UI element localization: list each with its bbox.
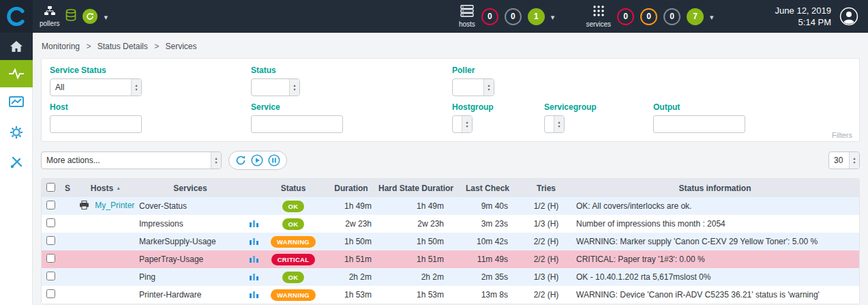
hard-state-duration-cell: 2w 23h [378,215,453,233]
hard-state-duration-cell: 1h 51m [378,250,453,268]
row-checkbox[interactable] [46,218,55,227]
sidebar-item-monitoring[interactable] [0,60,33,87]
page-size-select[interactable]: 30 [828,151,860,169]
sidebar-item-administration[interactable] [0,147,33,177]
centreon-logo[interactable] [0,0,33,33]
output-label: Output [653,102,745,112]
status-label: Status [251,66,452,75]
host-label: Host [50,102,251,112]
hosts-status-menu[interactable]: hosts 0 0 1 [452,0,561,33]
row-checkbox[interactable] [46,289,55,298]
header-hosts[interactable]: Hosts [76,179,136,197]
header-hard-state-duration[interactable]: Hard State Duration [378,179,453,197]
service-table-body: My_Printer Cover-Status OK 1h 49m 1h 49m… [42,197,859,304]
clock: June 12, 2019 5:14 PM [775,5,831,28]
service-link[interactable]: Cover-Status [139,201,187,211]
header-services[interactable]: Services [136,179,245,197]
pulse-icon [8,68,25,79]
service-link[interactable]: MarkerSupply-Usage [139,237,216,246]
severity-cell [59,268,76,286]
more-actions-select[interactable]: More actions... [41,151,222,169]
duration-cell: 1h 49m [324,197,378,215]
graph-cell [245,250,263,268]
service-link[interactable]: PaperTray-Usage [139,255,203,264]
host-input[interactable] [50,115,142,133]
service-input[interactable] [251,115,343,133]
hard-state-duration-cell: 1h 49m [378,197,453,215]
status-badge: CRITICAL [271,254,316,265]
poller-select[interactable] [452,78,494,96]
service-cell: Printer-Hardware [136,286,245,304]
output-input[interactable] [653,115,745,133]
breadcrumb-services[interactable]: Services [165,42,196,51]
hosts-label: hosts [459,20,475,28]
table-row: PaperTray-Usage CRITICAL 1h 51m 1h 51m 1… [42,250,859,268]
table-row: MarkerSupply-Usage WARNING 1h 50m 1h 50m… [42,233,859,250]
services-warning-counter[interactable]: 0 [640,8,657,25]
service-status-value: All [55,83,64,92]
header-status[interactable]: Status [263,179,324,197]
hosts-unreachable-counter[interactable]: 0 [505,8,522,25]
header-status-information[interactable]: Status information [571,179,859,197]
hard-state-duration-cell: 1h 50m [378,233,453,250]
pause-button[interactable] [268,154,280,166]
graph-icon[interactable] [250,220,258,229]
status-information-cell: WARNING: Device 'Canon iR-ADV C5235 36.2… [571,286,859,304]
refresh-icon [235,155,246,166]
servicegroup-label: Servicegroup [544,102,653,112]
sidebar-item-reporting[interactable] [0,87,33,117]
graph-icon[interactable] [250,273,258,282]
refresh-button[interactable] [235,155,246,166]
header-tries[interactable]: Tries [522,179,571,197]
hostgroup-select[interactable] [452,115,473,133]
graph-icon[interactable] [250,237,258,247]
breadcrumb-status-details[interactable]: Status Details [98,42,148,51]
graph-cell [245,268,263,286]
hosts-up-counter[interactable]: 1 [528,8,545,25]
sidebar-item-home[interactable] [0,33,33,60]
pause-icon [268,154,280,166]
service-link[interactable]: Impressions [139,219,183,229]
topbar: pollers [0,0,868,33]
row-checkbox[interactable] [46,236,55,245]
header-severity[interactable]: S [59,179,76,197]
poller-label: Poller [452,66,494,75]
header-duration[interactable]: Duration [324,179,378,197]
status-information-cell: OK - 10.40.1.202 rta 5,617mslost 0% [571,268,859,286]
graph-icon[interactable] [250,255,258,265]
breadcrumb-monitoring[interactable]: Monitoring [42,42,80,51]
graph-cell [245,215,263,233]
graph-icon[interactable] [250,291,258,300]
hosts-down-counter[interactable]: 0 [481,8,498,25]
services-status-menu[interactable]: services 0 0 0 7 [579,0,720,33]
host-link[interactable]: My_Printer [95,201,134,210]
service-link[interactable]: Ping [139,272,155,282]
tries-cell: 1/2 (H) [522,197,571,215]
sidebar-item-configuration[interactable] [0,117,33,147]
pollers-menu[interactable]: pollers [33,0,115,33]
filter-host: Host [50,102,251,133]
user-menu-button[interactable] [839,7,858,26]
service-cell: Ping [136,268,245,286]
services-unknown-counter[interactable]: 0 [663,8,680,25]
duration-cell: 2h 2m [324,268,378,286]
services-critical-counter[interactable]: 0 [617,8,634,25]
row-checkbox[interactable] [46,201,55,209]
status-select[interactable] [251,78,300,96]
service-link[interactable]: Printer-Hardware [139,290,201,300]
services-ok-counter[interactable]: 7 [687,8,704,25]
row-checkbox[interactable] [46,272,55,280]
play-button[interactable] [251,154,263,166]
status-cell: WARNING [263,286,324,304]
row-checkbox[interactable] [46,254,55,263]
monitoring-control-buttons [228,151,287,170]
breadcrumb-separator: > [86,42,91,51]
hard-state-duration-cell: 2h 2m [378,268,453,286]
service-cell: Cover-Status [136,197,245,215]
header-last-check[interactable]: Last Check [453,179,522,197]
select-all-checkbox[interactable] [46,183,55,192]
servicegroup-select[interactable] [544,115,565,133]
service-status-select[interactable]: All [50,78,142,96]
tries-cell: 2/2 (H) [522,250,571,268]
sidebar [0,33,33,305]
